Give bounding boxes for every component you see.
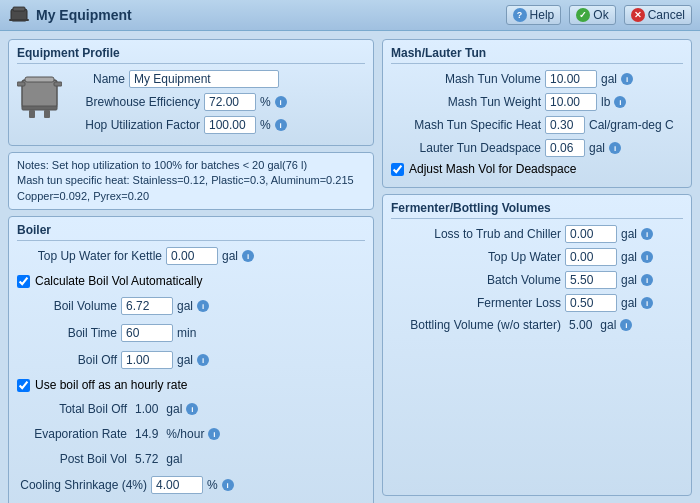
help-icon: ? [513, 8, 527, 22]
mash-weight-unit: lb [601, 95, 610, 109]
boil-off-dot[interactable]: i [197, 354, 209, 366]
top-up-water-unit: gal [621, 250, 637, 264]
efficiency-unit: % [260, 95, 271, 109]
calc-boil-checkbox[interactable] [17, 275, 30, 288]
post-boil-vol-label: Post Boil Vol [17, 452, 127, 466]
fermenter-section: Fermenter/Bottling Volumes Loss to Trub … [382, 194, 692, 496]
evap-rate-row: Evaporation Rate 14.9 %/hour i [17, 426, 365, 442]
loss-trub-unit: gal [621, 227, 637, 241]
efficiency-info-dot[interactable]: i [275, 96, 287, 108]
boil-time-label: Boil Time [17, 326, 117, 340]
cooling-shrinkage-input[interactable] [151, 476, 203, 494]
boil-volume-unit: gal [177, 299, 193, 313]
post-boil-vol-row: Post Boil Vol 5.72 gal [17, 451, 365, 467]
boil-volume-dot[interactable]: i [197, 300, 209, 312]
mash-lauter-title: Mash/Lauter Tun [391, 46, 683, 64]
use-boil-off-row: Use boil off as an hourly rate [17, 378, 365, 392]
bottling-volume-dot[interactable]: i [620, 319, 632, 331]
hop-label: Hop Utilization Factor [70, 118, 200, 132]
calc-boil-row: Calculate Boil Vol Automatically [17, 274, 365, 288]
boil-off-input[interactable] [121, 351, 173, 369]
mash-specific-heat-row: Mash Tun Specific Heat Cal/gram-deg C [391, 116, 683, 134]
boil-time-input[interactable] [121, 324, 173, 342]
boiler-grid: Top Up Water for Kettle gal i Calculate … [17, 247, 365, 503]
top-up-water-row: Top Up Water gal i [391, 248, 683, 266]
efficiency-input[interactable] [204, 93, 256, 111]
app-title: My Equipment [36, 7, 132, 23]
total-boil-off-value: 1.00 [131, 401, 162, 417]
mash-volume-row: Mash Tun Volume gal i [391, 70, 683, 88]
boil-volume-input[interactable] [121, 297, 173, 315]
fermenter-loss-row: Fermenter Loss gal i [391, 294, 683, 312]
evap-rate-value: 14.9 [131, 426, 162, 442]
svg-rect-5 [17, 82, 25, 86]
mash-volume-input[interactable] [545, 70, 597, 88]
title-bar: My Equipment ? Help ✓ Ok ✕ Cancel [0, 0, 700, 31]
cancel-button[interactable]: ✕ Cancel [624, 5, 692, 25]
pot-icon [17, 70, 62, 120]
equipment-profile-title: Equipment Profile [17, 46, 365, 64]
lauter-deadspace-dot[interactable]: i [609, 142, 621, 154]
boil-time-row: Boil Time min [17, 324, 365, 342]
help-button[interactable]: ? Help [506, 5, 562, 25]
mash-weight-input[interactable] [545, 93, 597, 111]
notes-line1: Notes: Set hop utilization to 100% for b… [17, 158, 365, 173]
svg-rect-7 [22, 106, 57, 110]
mash-weight-dot[interactable]: i [614, 96, 626, 108]
name-input[interactable] [129, 70, 279, 88]
boil-volume-label: Boil Volume [17, 299, 117, 313]
total-boil-off-unit: gal [166, 402, 182, 416]
calc-boil-label: Calculate Boil Vol Automatically [35, 274, 202, 288]
batch-volume-dot[interactable]: i [641, 274, 653, 286]
mash-specific-heat-input[interactable] [545, 116, 585, 134]
lauter-deadspace-row: Lauter Tun Deadspace gal i [391, 139, 683, 157]
evap-rate-dot[interactable]: i [208, 428, 220, 440]
mash-volume-unit: gal [601, 72, 617, 86]
post-boil-vol-unit: gal [166, 452, 182, 466]
boiler-title: Boiler [17, 223, 365, 241]
loss-trub-input[interactable] [565, 225, 617, 243]
hop-info-dot[interactable]: i [275, 119, 287, 131]
hop-row: Hop Utilization Factor % i [70, 116, 365, 134]
svg-rect-3 [22, 80, 57, 108]
svg-rect-9 [44, 110, 50, 118]
fermenter-loss-dot[interactable]: i [641, 297, 653, 309]
evap-rate-unit: %/hour [166, 427, 204, 441]
equipment-header: Name Brewhouse Efficiency % i Hop Utiliz… [17, 70, 365, 139]
adjust-mash-row: Adjust Mash Vol for Deadspace [391, 162, 683, 176]
loss-trub-dot[interactable]: i [641, 228, 653, 240]
svg-rect-1 [13, 7, 25, 11]
svg-rect-2 [9, 19, 29, 21]
top-up-kettle-unit: gal [222, 249, 238, 263]
ok-button[interactable]: ✓ Ok [569, 5, 615, 25]
cooling-shrinkage-row: Cooling Shrinkage (4%) % i [17, 476, 365, 494]
right-panel: Mash/Lauter Tun Mash Tun Volume gal i Ma… [382, 39, 692, 496]
top-up-water-label: Top Up Water [391, 250, 561, 264]
title-buttons: ? Help ✓ Ok ✕ Cancel [506, 5, 692, 25]
hop-input[interactable] [204, 116, 256, 134]
lauter-deadspace-input[interactable] [545, 139, 585, 157]
boil-off-unit: gal [177, 353, 193, 367]
mash-specific-heat-unit: Cal/gram-deg C [589, 118, 674, 132]
adjust-mash-checkbox[interactable] [391, 163, 404, 176]
fermenter-loss-input[interactable] [565, 294, 617, 312]
top-up-kettle-input[interactable] [166, 247, 218, 265]
top-up-kettle-dot[interactable]: i [242, 250, 254, 262]
use-boil-off-checkbox[interactable] [17, 379, 30, 392]
loss-trub-row: Loss to Trub and Chiller gal i [391, 225, 683, 243]
top-up-water-dot[interactable]: i [641, 251, 653, 263]
adjust-mash-label: Adjust Mash Vol for Deadspace [409, 162, 576, 176]
mash-volume-dot[interactable]: i [621, 73, 633, 85]
title-left: My Equipment [8, 4, 132, 26]
equipment-fields: Name Brewhouse Efficiency % i Hop Utiliz… [70, 70, 365, 139]
use-boil-off-label: Use boil off as an hourly rate [35, 378, 188, 392]
total-boil-off-dot[interactable]: i [186, 403, 198, 415]
top-up-water-input[interactable] [565, 248, 617, 266]
cooling-shrinkage-dot[interactable]: i [222, 479, 234, 491]
batch-volume-input[interactable] [565, 271, 617, 289]
bottling-volume-label: Bottling Volume (w/o starter) [391, 318, 561, 332]
boil-time-unit: min [177, 326, 196, 340]
fermenter-loss-label: Fermenter Loss [391, 296, 561, 310]
svg-rect-6 [54, 82, 62, 86]
batch-volume-label: Batch Volume [391, 273, 561, 287]
